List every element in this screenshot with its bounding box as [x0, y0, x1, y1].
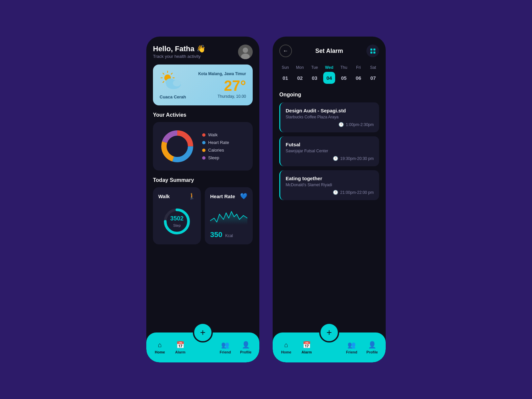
sleep-dot — [202, 156, 205, 160]
event-2-name: Futsal — [286, 142, 374, 147]
weather-icon — [160, 70, 183, 93]
heart-rate-chart — [210, 204, 247, 228]
greeting-sub: Track your health activity — [153, 54, 205, 59]
profile-icon: 👤 — [242, 341, 250, 349]
grid-dot-3 — [370, 52, 372, 54]
event-design-audit[interactable]: Design Audit - Sepagi.std Starbucks Coff… — [279, 102, 379, 132]
event-futsal[interactable]: Futsal Sawojajar Futsal Center 🕐 19:30pm… — [279, 136, 379, 166]
heart-rate-card: Heart Rate 💙 — [205, 187, 253, 244]
nav-home-label: Home — [155, 350, 165, 354]
cal-wed[interactable]: Wed 04 — [323, 65, 335, 84]
left-phone: Hello, Fatha 👋 Track your health activit… — [146, 37, 259, 362]
walk-card: Walk 🚶 3502 Step — [153, 187, 201, 244]
clock-icon-2: 🕐 — [333, 156, 338, 161]
walk-steps: 3502 — [170, 215, 184, 222]
svg-point-14 — [173, 80, 181, 86]
activities-card: Walk Heart Rate Calories Sleep — [153, 122, 253, 171]
cal-sun[interactable]: Sun 01 — [279, 65, 291, 84]
kcal-unit: Kcal — [225, 233, 233, 238]
alarm-icon: 📅 — [176, 341, 185, 349]
event-1-time: 🕐 1:00pm-2:30pm — [286, 122, 374, 127]
legend-calories: Calories — [202, 148, 229, 153]
event-3-name: Eating together — [286, 176, 374, 181]
right-home-icon: ⌂ — [284, 341, 288, 349]
weather-temp: 27° — [198, 77, 246, 94]
walk-circle: 3502 Step — [162, 206, 192, 236]
grid-dot-2 — [373, 49, 375, 51]
nav-profile[interactable]: 👤 Profile — [235, 341, 256, 354]
right-nav-friend[interactable]: 👥 Friend — [341, 341, 362, 354]
alarm-title: Set Alarm — [315, 48, 343, 55]
clock-icon-1: 🕐 — [338, 122, 344, 127]
event-1-name: Design Audit - Sepagi.std — [286, 108, 374, 113]
friend-icon: 👥 — [221, 341, 229, 349]
right-nav-alarm[interactable]: 📅 Alarm — [297, 341, 317, 354]
right-nav-friend-label: Friend — [346, 350, 357, 354]
left-bottom-nav: + ⌂ Home 📅 Alarm 👥 Friend 👤 Profile — [146, 332, 259, 362]
weather-card: Cuaca Cerah Kota Malang, Jawa Timur 27° … — [153, 65, 253, 105]
right-fab-button[interactable]: + — [319, 323, 339, 342]
weather-description: Cuaca Cerah — [160, 94, 186, 99]
avatar[interactable] — [238, 45, 253, 59]
event-3-time: 🕐 21:00pm-22:00 pm — [286, 190, 374, 195]
svg-line-10 — [171, 73, 172, 74]
summary-cards: Walk 🚶 3502 Step — [153, 187, 253, 244]
weather-location: Kota Malang, Jawa Timur — [198, 71, 246, 76]
event-2-location: Sawojajar Futsal Center — [286, 149, 374, 153]
cal-fri[interactable]: Fri 06 — [352, 65, 364, 84]
cal-sat[interactable]: Sat 07 — [367, 65, 379, 84]
walk-unit: Step — [173, 223, 181, 227]
cal-tue[interactable]: Tue 03 — [309, 65, 321, 84]
alarm-header: ← Set Alarm — [279, 45, 379, 57]
event-2-time: 🕐 19:30pm-20:30 pm — [286, 156, 374, 161]
walk-icon: 🚶 — [188, 193, 196, 200]
right-profile-icon: 👤 — [368, 341, 376, 349]
home-icon: ⌂ — [158, 341, 162, 349]
legend-sleep: Sleep — [202, 155, 229, 160]
svg-marker-22 — [210, 211, 247, 225]
grid-dot-4 — [373, 52, 375, 54]
right-nav-alarm-label: Alarm — [302, 350, 312, 354]
grid-dot-1 — [370, 49, 372, 51]
weather-date: Thursday, 10.00 — [198, 94, 246, 99]
header-row: Hello, Fatha 👋 Track your health activit… — [153, 45, 253, 59]
kcal-value: 350 — [210, 230, 222, 239]
summary-title: Today Summary — [153, 177, 253, 183]
nav-friend[interactable]: 👥 Friend — [215, 341, 236, 354]
event-eating[interactable]: Eating together McDonald's Slamet Riyadi… — [279, 170, 379, 200]
nav-alarm[interactable]: 📅 Alarm — [170, 341, 191, 354]
donut-chart — [159, 128, 196, 165]
greeting-text: Hello, Fatha 👋 — [153, 45, 205, 53]
fab-button[interactable]: + — [193, 323, 213, 342]
legend: Walk Heart Rate Calories Sleep — [202, 132, 229, 160]
right-nav-home[interactable]: ⌂ Home — [276, 341, 297, 354]
right-alarm-icon: 📅 — [303, 341, 311, 349]
nav-home[interactable]: ⌂ Home — [150, 341, 170, 354]
event-3-location: McDonald's Slamet Riyadi — [286, 183, 374, 187]
cal-mon[interactable]: Mon 02 — [294, 65, 306, 84]
heartrate-dot — [202, 141, 205, 144]
svg-point-1 — [243, 48, 248, 53]
calendar-row: Sun 01 Mon 02 Tue 03 Wed 04 Thu 05 Fri 0… — [279, 65, 379, 84]
back-button[interactable]: ← — [279, 45, 292, 57]
event-1-location: Starbucks Coffee Plaza Araya — [286, 115, 374, 119]
right-nav-profile[interactable]: 👤 Profile — [362, 341, 382, 354]
clock-icon-3: 🕐 — [333, 190, 338, 195]
right-nav-home-label: Home — [281, 350, 291, 354]
grid-icon — [370, 49, 375, 54]
right-nav-profile-label: Profile — [366, 350, 378, 354]
right-bottom-nav: + ⌂ Home 📅 Alarm 👥 Friend 👤 Profile — [273, 332, 386, 362]
walk-card-title: Walk — [158, 194, 170, 199]
svg-line-8 — [163, 73, 164, 74]
legend-heartrate: Heart Rate — [202, 140, 229, 145]
heartrate-icon: 💙 — [240, 193, 247, 200]
cal-thu[interactable]: Thu 05 — [338, 65, 350, 84]
legend-walk: Walk — [202, 132, 229, 137]
nav-alarm-label: Alarm — [175, 350, 186, 354]
activities-title: Your Activies — [153, 112, 253, 118]
ongoing-title: Ongoing — [279, 92, 379, 98]
walk-dot — [202, 133, 205, 137]
grid-menu-button[interactable] — [366, 45, 379, 57]
calories-dot — [202, 149, 205, 152]
nav-profile-label: Profile — [240, 350, 251, 354]
